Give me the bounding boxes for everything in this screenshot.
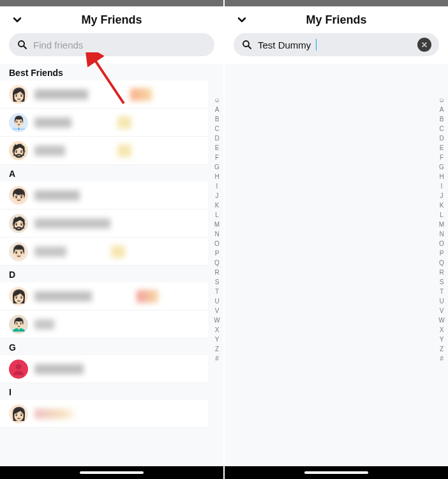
friend-name-redacted	[34, 409, 111, 419]
avatar: 🧔🏻	[9, 141, 28, 160]
alpha-index-letter[interactable]: J	[438, 192, 445, 201]
alpha-index-letter[interactable]: A	[438, 105, 445, 114]
friend-emoji-redacted	[117, 116, 131, 129]
alpha-index-letter[interactable]: M	[438, 220, 445, 229]
alpha-index-letter[interactable]: V	[213, 307, 221, 316]
clear-search-icon[interactable]	[417, 38, 431, 52]
friend-name-redacted	[34, 146, 111, 156]
alpha-index-letter[interactable]: S	[213, 278, 221, 287]
device-nav-bar	[225, 466, 448, 479]
alpha-index-letter[interactable]: B	[438, 115, 445, 124]
alpha-index-letter[interactable]: Y	[438, 335, 445, 344]
alpha-index-letter[interactable]: H	[438, 172, 445, 181]
alpha-index-letter[interactable]: I	[438, 182, 445, 191]
alpha-index-letter[interactable]: Z	[438, 345, 445, 354]
alpha-index-letter[interactable]: P	[213, 249, 221, 258]
page-title: My Friends	[250, 13, 422, 27]
alpha-index-letter[interactable]: D	[438, 134, 445, 143]
friend-emoji-redacted	[117, 144, 131, 157]
alpha-index-letter[interactable]: #	[213, 354, 221, 363]
alpha-index-letter[interactable]: U	[438, 297, 445, 306]
alpha-index-letter[interactable]: ☺	[438, 96, 445, 105]
alpha-index-letter[interactable]: O	[438, 240, 445, 248]
friend-row[interactable]: 👨🏻	[0, 238, 208, 266]
avatar: 👩🏻	[9, 287, 28, 306]
alpha-index-letter[interactable]: N	[213, 230, 221, 239]
alpha-index-letter[interactable]: W	[213, 316, 221, 325]
alpha-index-letter[interactable]: U	[213, 297, 221, 306]
device-status-bar	[225, 0, 448, 6]
search-input-value[interactable]: Test Dummy	[258, 40, 311, 50]
search-container: Test Dummy	[225, 32, 448, 64]
alpha-index-letter[interactable]: B	[213, 115, 221, 124]
friend-name-redacted	[34, 291, 130, 301]
alpha-index-letter[interactable]: T	[438, 287, 445, 296]
friend-row[interactable]: 👦🏻	[0, 181, 208, 209]
alpha-index-letter[interactable]: Q	[213, 259, 221, 268]
alpha-index-letter[interactable]: ☺	[213, 96, 221, 105]
alpha-index-letter[interactable]: S	[438, 278, 445, 287]
friend-emoji-redacted	[111, 245, 125, 258]
svg-line-1	[24, 46, 26, 49]
close-chevron-icon[interactable]	[9, 11, 26, 28]
search-field[interactable]: Test Dummy	[234, 33, 439, 56]
alpha-index-letter[interactable]: D	[213, 134, 221, 143]
alpha-index-letter[interactable]: K	[213, 201, 221, 210]
alpha-index-letter[interactable]: X	[213, 326, 221, 335]
alpha-index-letter[interactable]: T	[213, 287, 221, 296]
alpha-index-letter[interactable]: M	[213, 220, 221, 229]
section-header-i: I	[0, 383, 208, 400]
alpha-index-letter[interactable]: E	[213, 144, 221, 153]
alpha-index-letter[interactable]: J	[213, 192, 221, 201]
alpha-index-letter[interactable]: A	[213, 105, 221, 114]
friend-row[interactable]: 👨🏻‍💼	[0, 109, 208, 137]
friend-row[interactable]	[0, 355, 208, 383]
friend-row[interactable]: 👩🏻	[0, 80, 208, 109]
friend-row[interactable]: 🧔🏻	[0, 209, 208, 238]
alpha-index-letter[interactable]: C	[213, 125, 221, 133]
alpha-index-letter[interactable]: R	[438, 268, 445, 277]
alpha-index-letter[interactable]: E	[438, 144, 445, 153]
alpha-index-letter[interactable]: P	[438, 249, 445, 258]
alpha-index-letter[interactable]: F	[213, 153, 221, 162]
alpha-index-letter[interactable]: L	[213, 211, 221, 220]
alpha-index-letter[interactable]: Q	[438, 259, 445, 268]
alpha-index-letter[interactable]: K	[438, 201, 445, 210]
alpha-index-letter[interactable]: Y	[213, 335, 221, 344]
alpha-index-letter[interactable]: F	[438, 153, 445, 162]
alpha-index-letter[interactable]: H	[213, 172, 221, 181]
home-indicator	[80, 471, 144, 474]
alpha-index-letter[interactable]: R	[213, 268, 221, 277]
alpha-index-letter[interactable]: X	[438, 326, 445, 335]
alpha-index-letter[interactable]: N	[438, 230, 445, 239]
avatar: 👦🏻	[9, 186, 28, 205]
alpha-index-letter[interactable]: G	[438, 163, 445, 172]
avatar: 👨🏻‍🦱	[9, 315, 28, 334]
alpha-index-letter[interactable]: I	[213, 182, 221, 191]
avatar: 👩🏻	[9, 404, 28, 423]
alpha-index-letter[interactable]: #	[438, 354, 445, 363]
alpha-index-letter[interactable]: O	[213, 240, 221, 248]
friend-name-redacted	[34, 89, 124, 100]
close-chevron-icon[interactable]	[234, 11, 250, 28]
alpha-index-letter[interactable]: W	[438, 316, 445, 325]
section-header-a: A	[0, 165, 208, 181]
alpha-index-letter[interactable]: C	[438, 125, 445, 133]
friend-row[interactable]: 👩🏻	[0, 282, 208, 310]
header: My Friends	[225, 6, 448, 32]
alpha-index-letter[interactable]: G	[213, 163, 221, 172]
friend-name-redacted	[34, 319, 92, 330]
alpha-index-letter[interactable]: V	[438, 307, 445, 316]
search-input[interactable]	[33, 40, 207, 50]
alpha-index-letter[interactable]: Z	[213, 345, 221, 354]
alpha-index-rail-left[interactable]: ☺ABCDEFGHIJKLMNOPQRSTUVWXYZ#	[213, 96, 221, 363]
alpha-index-rail-right[interactable]: ☺ABCDEFGHIJKLMNOPQRSTUVWXYZ#	[438, 96, 445, 363]
friend-row[interactable]: 👨🏻‍🦱	[0, 310, 208, 338]
search-field[interactable]	[9, 33, 214, 56]
svg-point-2	[16, 364, 21, 369]
friend-row[interactable]: 👩🏻	[0, 400, 208, 428]
search-icon	[17, 39, 28, 50]
home-indicator	[304, 471, 368, 474]
alpha-index-letter[interactable]: L	[438, 211, 445, 220]
friend-row[interactable]: 🧔🏻	[0, 137, 208, 165]
